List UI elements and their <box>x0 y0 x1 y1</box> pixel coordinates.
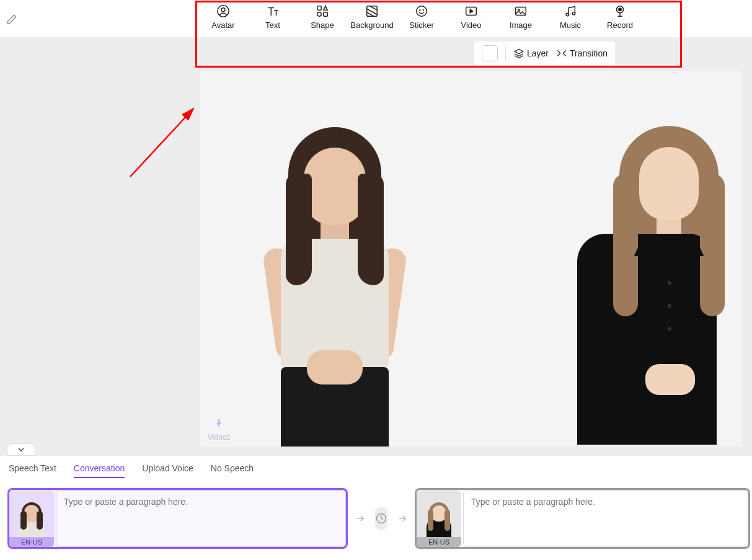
language-badge-2[interactable]: EN-US <box>417 537 461 547</box>
flow-arrow-icon <box>354 512 366 525</box>
annotation-arrow <box>124 102 205 183</box>
toolbar-image-label: Image <box>510 20 532 30</box>
watermark-text: Vidnoz <box>208 433 230 442</box>
tab-conversation[interactable]: Conversation <box>74 463 125 478</box>
svg-point-12 <box>566 13 569 16</box>
avatar-figure-1[interactable] <box>245 112 425 447</box>
svg-point-6 <box>417 6 427 17</box>
main-toolbar: Avatar Text Shape Background Sticker Vid… <box>198 0 645 30</box>
toolbar-shape[interactable]: Shape <box>298 4 347 30</box>
toolbar-sticker[interactable]: Sticker <box>397 4 446 30</box>
toolbar-video-label: Video <box>461 20 481 30</box>
tab-upload-voice[interactable]: Upload Voice <box>142 463 193 478</box>
transition-icon <box>556 48 567 59</box>
transition-button[interactable]: Transition <box>556 48 608 59</box>
speech-panel: Speech Text Conversation Upload Voice No… <box>0 456 752 560</box>
canvas-sub-toolbar: Layer Transition <box>474 41 616 66</box>
toolbar-avatar-label: Avatar <box>211 20 234 30</box>
svg-point-11 <box>518 9 520 11</box>
tab-no-speech[interactable]: No Speech <box>211 463 254 478</box>
conversation-input-1[interactable] <box>56 490 346 547</box>
svg-rect-2 <box>317 6 321 10</box>
video-canvas[interactable]: Vidnoz <box>200 71 741 447</box>
toolbar-text[interactable]: Text <box>248 4 298 30</box>
layer-button[interactable]: Layer <box>513 48 549 59</box>
svg-point-15 <box>619 8 622 11</box>
conversation-block-1[interactable]: EN-US <box>7 488 348 549</box>
vidnoz-logo-icon <box>211 418 226 433</box>
toolbar-text-label: Text <box>265 20 280 30</box>
svg-rect-4 <box>324 12 327 16</box>
svg-point-8 <box>423 10 423 11</box>
svg-line-16 <box>130 109 193 177</box>
svg-point-7 <box>420 10 420 11</box>
conversation-avatar-1[interactable]: EN-US <box>9 490 54 547</box>
toolbar-avatar[interactable]: Avatar <box>198 4 248 30</box>
toolbar-music[interactable]: Music <box>546 4 595 30</box>
toolbar-background-label: Background <box>350 20 393 30</box>
conversation-block-2[interactable]: EN-US <box>415 488 750 549</box>
toolbar-record-label: Record <box>607 20 633 30</box>
flow-arrow-icon <box>396 512 409 525</box>
language-badge-1[interactable]: EN-US <box>9 537 54 547</box>
timing-badge[interactable] <box>375 507 387 530</box>
layer-label: Layer <box>527 48 549 58</box>
toolbar-shape-label: Shape <box>311 20 334 30</box>
chevron-down-icon <box>16 445 26 455</box>
toolbar-background[interactable]: Background <box>347 4 397 30</box>
toolbar-sticker-label: Sticker <box>409 20 434 30</box>
watermark: Vidnoz <box>208 418 230 442</box>
transition-label: Transition <box>570 48 608 58</box>
conversation-row: EN-US EN-US <box>7 488 745 549</box>
toolbar-record[interactable]: Record <box>595 4 645 30</box>
toolbar-music-label: Music <box>560 20 581 30</box>
edit-icon[interactable] <box>6 14 17 25</box>
canvas-area: Layer Transition <box>0 37 752 456</box>
conversation-input-2[interactable] <box>463 490 748 547</box>
panel-collapse-toggle[interactable] <box>7 443 35 456</box>
toolbar-image[interactable]: Image <box>496 4 546 30</box>
speech-tabs: Speech Text Conversation Upload Voice No… <box>7 463 745 478</box>
divider <box>505 45 506 61</box>
avatar-figure-2[interactable] <box>577 115 741 447</box>
conversation-avatar-2[interactable]: EN-US <box>417 490 461 547</box>
background-color-swatch[interactable] <box>482 45 498 61</box>
svg-point-1 <box>221 8 225 12</box>
clock-icon <box>375 512 387 525</box>
svg-point-13 <box>572 12 575 15</box>
svg-point-3 <box>317 12 321 16</box>
tab-speech-text[interactable]: Speech Text <box>9 463 56 478</box>
toolbar-video[interactable]: Video <box>446 4 496 30</box>
layer-icon <box>513 48 524 59</box>
top-header: Avatar Text Shape Background Sticker Vid… <box>0 0 752 37</box>
